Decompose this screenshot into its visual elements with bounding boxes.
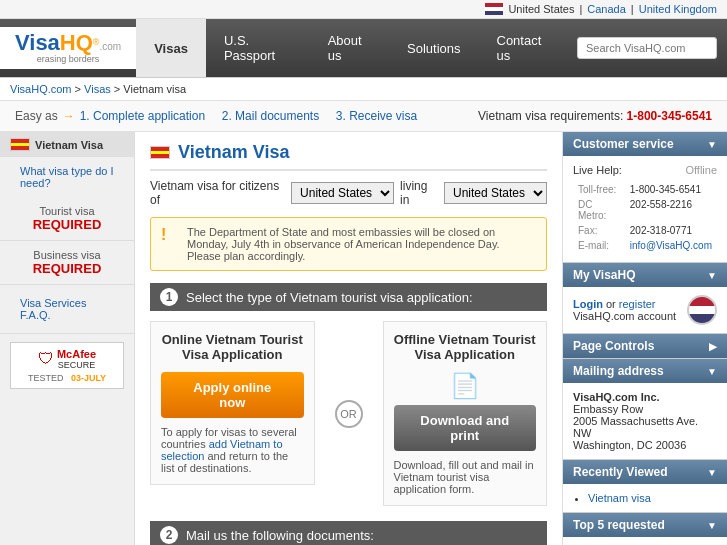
us-flag-icon [485, 3, 503, 15]
tourist-label: Tourist visa [10, 205, 124, 217]
apply-online-button[interactable]: Apply online now [161, 372, 304, 418]
cs-arrow-icon: ▼ [707, 139, 717, 150]
nav-bar: VisaHQ®.com erasing borders Visas U.S. P… [0, 19, 727, 77]
mailing-body: VisaHQ.com Inc. Embassy Row 2005 Massach… [563, 383, 727, 459]
top5-arrow-icon: ▼ [707, 520, 717, 531]
header: United States | Canada | United Kingdom … [0, 0, 727, 78]
mcafee-secure: SECURE [57, 360, 96, 370]
nav-solutions[interactable]: Solutions [389, 19, 478, 77]
us-flag-circle-icon [687, 295, 717, 325]
top-bar: United States | Canada | United Kingdom [0, 0, 727, 19]
content: Vietnam Visa Vietnam visa for citizens o… [135, 132, 562, 545]
cs-contact-table: Toll-free: 1-800-345-6541 DC Metro: 202-… [573, 181, 717, 254]
search-input[interactable] [577, 37, 717, 59]
faq-section: Visa Services F.A.Q. [0, 285, 134, 334]
download-button[interactable]: Download and print [394, 405, 537, 451]
country-select[interactable]: United States [291, 182, 394, 204]
download-icon: 📄 [394, 372, 537, 400]
login-link[interactable]: Login [573, 298, 603, 310]
tourist-visa-section: Tourist visa REQUIRED [0, 197, 134, 241]
mailing-line3: Washington, DC 20036 [573, 439, 686, 451]
req-label: Vietnam visa requirements: [478, 109, 623, 123]
nav-passport[interactable]: U.S. Passport [206, 19, 310, 77]
alert-text: The Department of State and most embassi… [187, 226, 500, 262]
sidebar-title: Vietnam Visa [0, 132, 134, 157]
breadcrumb-visas[interactable]: Visas [84, 83, 111, 95]
offline-option: Offline Vietnam Tourist Visa Application… [383, 321, 548, 506]
fax-label: Fax: [575, 224, 625, 237]
tourist-status: REQUIRED [10, 217, 124, 232]
citizens-row: Vietnam visa for citizens of United Stat… [150, 179, 547, 207]
section2-num: 2 [160, 526, 178, 544]
recently-viewed-header[interactable]: Recently Viewed ▼ [563, 460, 727, 484]
alert-icon: ! [161, 226, 166, 244]
customer-service-header[interactable]: Customer service ▼ [563, 132, 727, 156]
rv-header-label: Recently Viewed [573, 465, 668, 479]
what-visa-link[interactable]: What visa type do I need? [10, 161, 124, 193]
nav-visas[interactable]: Visas [136, 19, 206, 77]
pc-header-label: Page Controls [573, 339, 654, 353]
online-option: Online Vietnam Tourist Visa Application … [150, 321, 315, 485]
business-label: Business visa [10, 249, 124, 261]
nav-contact[interactable]: Contact us [479, 19, 568, 77]
dc-label: DC Metro: [575, 198, 625, 222]
vietnam-flag-icon2 [150, 146, 170, 159]
top5-header-label: Top 5 requested [573, 518, 665, 532]
citizens-label: Vietnam visa for citizens of [150, 179, 285, 207]
top5-section: Top 5 requested ▼ China visa Australia v… [563, 513, 727, 545]
main: Vietnam Visa What visa type do I need? T… [0, 132, 727, 545]
my-visahq-header[interactable]: My VisaHQ ▼ [563, 263, 727, 287]
section1-num: 1 [160, 288, 178, 306]
logo-visa-text: Visa [15, 30, 60, 55]
sidebar-title-text: Vietnam Visa [35, 139, 103, 151]
faq-link[interactable]: Visa Services F.A.Q. [10, 293, 124, 325]
top5-header[interactable]: Top 5 requested ▼ [563, 513, 727, 537]
email-value[interactable]: info@VisaHQ.com [630, 240, 712, 251]
fax-row: Fax: 202-318-0771 [575, 224, 715, 237]
mailing-line2: 2005 Massachusetts Ave. NW [573, 415, 698, 439]
rv-arrow-icon: ▼ [707, 467, 717, 478]
req-phone: 1-800-345-6541 [627, 109, 712, 123]
living-select[interactable]: United States [444, 182, 547, 204]
vietnam-flag-icon [10, 138, 30, 151]
mcafee-badge: 🛡 McAfee SECURE TESTED 03-JULY [0, 334, 134, 397]
page-controls-header[interactable]: Page Controls ▶ [563, 334, 727, 358]
myhq-arrow-icon: ▼ [707, 270, 717, 281]
step3[interactable]: 3. Receive visa [336, 109, 417, 123]
section2-title: Mail us the following documents: [186, 528, 374, 543]
nav-about[interactable]: About us [310, 19, 389, 77]
tollfree-value: 1-800-345-6541 [627, 183, 715, 196]
live-help-status: Offline [685, 164, 717, 176]
alert-box: ! The Department of State and most embas… [150, 217, 547, 271]
customer-service-body: Live Help: Offline Toll-free: 1-800-345-… [563, 156, 727, 262]
fax-value: 202-318-0771 [627, 224, 715, 237]
separator2: | [631, 3, 634, 15]
steps-arrow: → [63, 109, 75, 123]
logo-com-text: .com [100, 41, 122, 52]
breadcrumb-home[interactable]: VisaHQ.com [10, 83, 72, 95]
living-label: living in [400, 179, 438, 207]
page-title-text: Vietnam Visa [178, 142, 289, 163]
online-desc: To apply for visas to several countries … [161, 426, 304, 474]
step1[interactable]: 1. Complete application [80, 109, 205, 123]
page-controls-section: Page Controls ▶ [563, 334, 727, 359]
step2[interactable]: 2. Mail documents [222, 109, 319, 123]
live-help-label: Live Help: [573, 164, 622, 176]
breadcrumb-sep2: > [114, 83, 123, 95]
uk-link[interactable]: United Kingdom [639, 3, 717, 15]
live-help-row: Live Help: Offline [573, 164, 717, 176]
business-status: REQUIRED [10, 261, 124, 276]
top-country: United States [508, 3, 574, 15]
mcafee-tested-label: TESTED [28, 373, 64, 383]
rv-item-0[interactable]: Vietnam visa [588, 492, 651, 504]
recently-viewed-body: Vietnam visa [563, 484, 727, 512]
register-link[interactable]: register [619, 298, 656, 310]
canada-link[interactable]: Canada [587, 3, 626, 15]
visahq-desc: VisaHQ.com account [573, 310, 676, 322]
logo-reg-text: ® [93, 37, 100, 47]
mailing-company: VisaHQ.com Inc. [573, 391, 660, 403]
mailing-header[interactable]: Mailing address ▼ [563, 359, 727, 383]
tollfree-row: Toll-free: 1-800-345-6541 [575, 183, 715, 196]
offline-title: Offline Vietnam Tourist Visa Application [394, 332, 537, 362]
right-panel: Customer service ▼ Live Help: Offline To… [562, 132, 727, 545]
